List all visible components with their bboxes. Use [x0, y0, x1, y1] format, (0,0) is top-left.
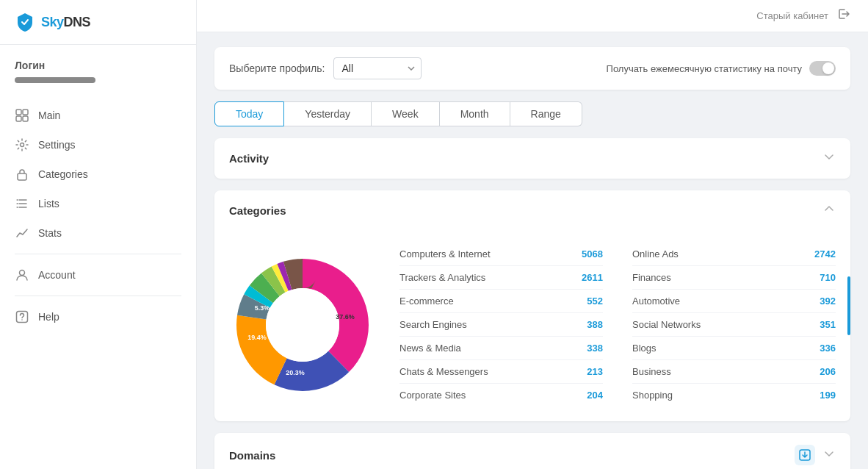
- stats-icon: [15, 226, 29, 240]
- svg-point-25: [266, 288, 339, 362]
- grid-icon: [15, 108, 29, 123]
- svg-rect-3: [23, 116, 28, 121]
- main-inner: Выберите профиль: All Получать ежемесячн…: [197, 32, 868, 469]
- svg-point-10: [17, 203, 18, 204]
- lock-icon: [15, 167, 29, 182]
- svg-point-11: [17, 207, 18, 208]
- sidebar-item-categories[interactable]: Categories: [0, 160, 196, 189]
- cat-row: Corporate Sites 204: [399, 384, 603, 407]
- cat-row: Finances 710: [632, 266, 836, 290]
- cat-row: Blogs 336: [632, 337, 836, 360]
- cat-row: E-commerce 552: [399, 290, 603, 313]
- sidebar: SkyDNS Логин Main: [0, 0, 197, 469]
- cat-row: Online Ads 2742: [632, 243, 836, 266]
- list-icon: [15, 196, 29, 211]
- sidebar-item-stats[interactable]: Stats: [0, 218, 196, 248]
- main-nav: Main Settings Categories: [0, 95, 196, 469]
- categories-content: 37.6% 20.3% 19.4% 5.3% Computers: [229, 243, 836, 407]
- nav-divider-2: [15, 296, 181, 296]
- svg-text:37.6%: 37.6%: [336, 313, 355, 321]
- toggle-knob: [822, 62, 834, 74]
- sidebar-item-account[interactable]: Account: [0, 260, 196, 290]
- profile-row: Выберите профиль: All Получать ежемесячн…: [214, 47, 850, 90]
- categories-body: 37.6% 20.3% 19.4% 5.3% Computers: [214, 231, 850, 421]
- nav-divider: [15, 254, 181, 254]
- profile-label: Выберите профиль:: [229, 62, 325, 74]
- svg-point-12: [20, 271, 25, 276]
- categories-header[interactable]: Categories: [214, 190, 850, 231]
- time-btn-yesterday[interactable]: Yesterday: [284, 101, 372, 126]
- activity-chevron-icon: [822, 150, 836, 167]
- categories-table: Computers & Internet 5068 Trackers & Ana…: [399, 243, 836, 407]
- svg-text:20.3%: 20.3%: [286, 369, 305, 376]
- profile-select[interactable]: All: [333, 57, 422, 79]
- domains-header[interactable]: Domains: [214, 433, 850, 469]
- domains-actions: [795, 445, 836, 465]
- svg-rect-2: [16, 116, 21, 121]
- login-label: Логин: [15, 60, 181, 71]
- email-toggle[interactable]: [809, 61, 836, 76]
- sidebar-item-categories-label: Categories: [38, 168, 88, 180]
- login-bar: [15, 77, 95, 83]
- time-filter: Today Yesterday Week Month Range: [214, 101, 850, 126]
- categories-section: Categories: [214, 190, 850, 421]
- time-btn-month[interactable]: Month: [440, 101, 510, 126]
- cat-col-left: Computers & Internet 5068 Trackers & Ana…: [399, 243, 603, 407]
- sidebar-item-main[interactable]: Main: [0, 101, 196, 130]
- cat-row: Computers & Internet 5068: [399, 243, 603, 266]
- sidebar-item-account-label: Account: [38, 269, 76, 281]
- cat-row: Trackers & Analytics 2611: [399, 266, 603, 290]
- settings-icon: [15, 137, 29, 152]
- activity-section: Activity: [214, 138, 850, 179]
- topbar: Старый кабинет: [197, 0, 868, 32]
- email-stat-label: Получать ежемесячную статистику на почту: [607, 63, 802, 74]
- logo-icon: [15, 12, 35, 32]
- time-btn-today[interactable]: Today: [214, 101, 284, 126]
- donut-svg: 37.6% 20.3% 19.4% 5.3%: [229, 251, 376, 398]
- login-section: Логин: [0, 45, 196, 95]
- svg-rect-5: [18, 173, 26, 180]
- sidebar-item-help[interactable]: Help: [0, 302, 196, 332]
- logo-area: SkyDNS: [0, 0, 196, 45]
- domains-chevron-icon: [822, 447, 836, 464]
- svg-rect-0: [16, 110, 21, 115]
- donut-chart: 37.6% 20.3% 19.4% 5.3%: [229, 251, 376, 398]
- help-icon: [15, 309, 29, 324]
- cat-row: Search Engines 388: [399, 313, 603, 337]
- svg-rect-1: [23, 110, 28, 115]
- main-content: Старый кабинет Выберите профиль: All Пол: [197, 0, 868, 469]
- sidebar-item-lists[interactable]: Lists: [0, 189, 196, 218]
- sidebar-item-help-label: Help: [38, 311, 59, 323]
- time-btn-range[interactable]: Range: [510, 101, 582, 126]
- svg-point-4: [21, 143, 24, 147]
- categories-chevron-icon: [822, 202, 836, 219]
- domains-title: Domains: [229, 449, 275, 462]
- svg-text:5.3%: 5.3%: [255, 304, 270, 312]
- cat-row: Chats & Messengers 213: [399, 360, 603, 384]
- scroll-indicator: [847, 276, 850, 335]
- sidebar-item-lists-label: Lists: [38, 198, 59, 210]
- categories-title: Categories: [229, 204, 286, 217]
- cat-col-right: Online Ads 2742 Finances 710 Automotive …: [632, 243, 836, 407]
- sidebar-item-stats-label: Stats: [38, 227, 62, 239]
- sidebar-item-settings[interactable]: Settings: [0, 130, 196, 160]
- cat-row: Social Networks 351: [632, 313, 836, 337]
- cat-row: News & Media 338: [399, 337, 603, 360]
- profile-select-area: Выберите профиль: All: [229, 57, 422, 79]
- sidebar-item-main-label: Main: [38, 110, 60, 121]
- svg-point-9: [17, 199, 18, 201]
- user-icon: [15, 268, 29, 282]
- activity-title: Activity: [229, 152, 269, 165]
- cat-row: Business 206: [632, 360, 836, 384]
- logo-text: SkyDNS: [41, 15, 90, 30]
- logout-icon[interactable]: [837, 7, 850, 24]
- export-icon[interactable]: [795, 445, 815, 465]
- cat-row: Shopping 199: [632, 384, 836, 407]
- activity-header[interactable]: Activity: [214, 138, 850, 179]
- sidebar-item-settings-label: Settings: [38, 139, 76, 151]
- old-cabinet-link[interactable]: Старый кабинет: [756, 10, 828, 21]
- svg-point-14: [21, 319, 23, 321]
- svg-text:19.4%: 19.4%: [247, 334, 267, 341]
- cat-row: Automotive 392: [632, 290, 836, 313]
- time-btn-week[interactable]: Week: [372, 101, 440, 126]
